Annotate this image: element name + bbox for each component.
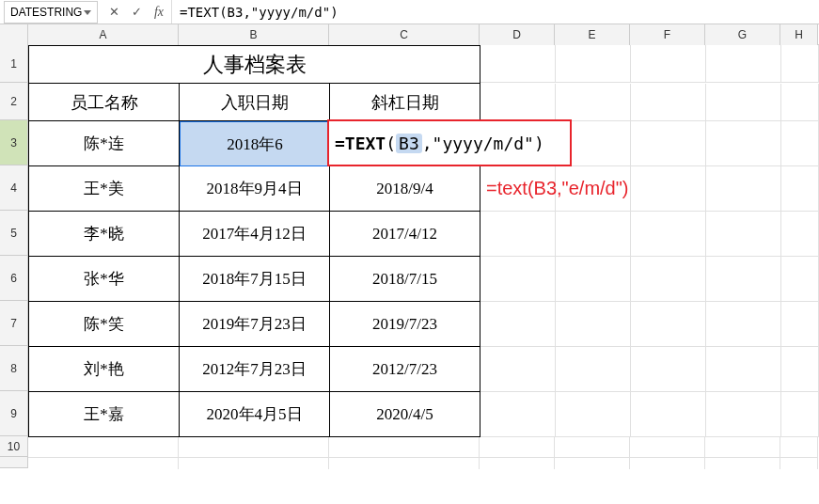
cell-d7[interactable]: [480, 302, 556, 347]
title-cell[interactable]: 人事档案表: [29, 46, 480, 84]
cell-a9[interactable]: 王*嘉: [29, 392, 180, 437]
formula-input[interactable]: =TEXT(B3,"yyyy/m/d"): [172, 0, 819, 24]
select-all-corner[interactable]: [0, 24, 28, 45]
cell-b7[interactable]: 2019年7月23日: [180, 302, 330, 347]
row-header-9[interactable]: 9: [0, 391, 28, 436]
cell-f11[interactable]: [630, 458, 705, 469]
col-header-d[interactable]: D: [480, 24, 555, 45]
row-header-11[interactable]: [0, 457, 28, 468]
cell-g9[interactable]: [706, 392, 781, 437]
cell-h1[interactable]: [781, 45, 819, 83]
cell-g1[interactable]: [706, 45, 781, 83]
col-header-a[interactable]: A: [28, 24, 179, 45]
cell-e1[interactable]: [556, 45, 631, 83]
annotation-cell[interactable]: =text(B3,"e/m/d"): [480, 166, 556, 212]
cell-f1[interactable]: [631, 45, 706, 83]
cell-d11[interactable]: [480, 458, 555, 469]
cell-b4[interactable]: 2018年9月4日: [180, 166, 330, 212]
cell-c10[interactable]: [329, 437, 480, 458]
cell-a5[interactable]: 李*晓: [29, 212, 180, 257]
cell-h10[interactable]: [780, 437, 818, 458]
cell-f6[interactable]: [631, 257, 706, 302]
cell-a10[interactable]: [28, 437, 179, 458]
cell-g4[interactable]: [706, 166, 781, 212]
cell-c11[interactable]: [329, 458, 480, 469]
cell-d1[interactable]: [480, 45, 556, 83]
cell-b11[interactable]: [179, 458, 329, 469]
cell-f2[interactable]: [631, 84, 706, 121]
header-name[interactable]: 员工名称: [29, 84, 180, 121]
cell-d6[interactable]: [480, 257, 556, 302]
cell-f7[interactable]: [631, 302, 706, 347]
cell-h9[interactable]: [781, 392, 819, 437]
cell-d5[interactable]: [480, 212, 556, 257]
cell-d9[interactable]: [480, 392, 556, 437]
cell-e9[interactable]: [556, 392, 631, 437]
cell-f3[interactable]: [631, 121, 706, 166]
cell-d2[interactable]: [480, 84, 556, 121]
cell-f4[interactable]: [631, 166, 706, 212]
cell-g6[interactable]: [706, 257, 781, 302]
cell-g3[interactable]: [706, 121, 781, 166]
cell-h4[interactable]: [781, 166, 819, 212]
col-header-g[interactable]: G: [705, 24, 780, 45]
row-header-7[interactable]: 7: [0, 301, 28, 346]
cell-b3[interactable]: 2018年6: [180, 121, 330, 166]
cell-c8[interactable]: 2012/7/23: [330, 347, 480, 392]
row-header-2[interactable]: 2: [0, 83, 28, 120]
col-header-c[interactable]: C: [329, 24, 480, 45]
cell-f8[interactable]: [631, 347, 706, 392]
col-header-e[interactable]: E: [555, 24, 630, 45]
cell-a4[interactable]: 王*美: [29, 166, 180, 212]
col-header-f[interactable]: F: [630, 24, 705, 45]
cell-f5[interactable]: [631, 212, 706, 257]
confirm-icon[interactable]: ✓: [130, 6, 143, 19]
cell-b8[interactable]: 2012年7月23日: [180, 347, 330, 392]
cell-f9[interactable]: [631, 392, 706, 437]
cell-e6[interactable]: [556, 257, 631, 302]
name-box[interactable]: DATESTRING: [4, 1, 98, 24]
cell-b9[interactable]: 2020年4月5日: [180, 392, 330, 437]
cancel-icon[interactable]: ✕: [107, 6, 120, 19]
cell-c5[interactable]: 2017/4/12: [330, 212, 480, 257]
cell-h6[interactable]: [781, 257, 819, 302]
cell-g8[interactable]: [706, 347, 781, 392]
cell-c9[interactable]: 2020/4/5: [330, 392, 480, 437]
cell-h5[interactable]: [781, 212, 819, 257]
header-slash-date[interactable]: 斜杠日期: [330, 84, 480, 121]
cell-g5[interactable]: [706, 212, 781, 257]
cell-g11[interactable]: [705, 458, 780, 469]
cell-d8[interactable]: [480, 347, 556, 392]
cell-d10[interactable]: [480, 437, 555, 458]
cell-e8[interactable]: [556, 347, 631, 392]
cell-a11[interactable]: [28, 458, 179, 469]
cell-h2[interactable]: [781, 84, 819, 121]
cell-e4[interactable]: [556, 166, 631, 212]
cell-a8[interactable]: 刘*艳: [29, 347, 180, 392]
row-header-3[interactable]: 3: [0, 120, 28, 165]
row-header-6[interactable]: 6: [0, 256, 28, 301]
col-header-b[interactable]: B: [179, 24, 329, 45]
cell-a7[interactable]: 陈*笑: [29, 302, 180, 347]
cell-g10[interactable]: [705, 437, 780, 458]
cell-h11[interactable]: [780, 458, 818, 469]
cell-e5[interactable]: [556, 212, 631, 257]
cell-c7[interactable]: 2019/7/23: [330, 302, 480, 347]
row-header-1[interactable]: 1: [0, 45, 28, 83]
cell-h8[interactable]: [781, 347, 819, 392]
cell-b5[interactable]: 2017年4月12日: [180, 212, 330, 257]
cell-a3[interactable]: 陈*连: [29, 121, 180, 166]
cell-a6[interactable]: 张*华: [29, 257, 180, 302]
cell-e7[interactable]: [556, 302, 631, 347]
cell-e10[interactable]: [555, 437, 630, 458]
fx-icon[interactable]: fx: [152, 6, 165, 19]
row-header-8[interactable]: 8: [0, 346, 28, 391]
cell-h3[interactable]: [781, 121, 819, 166]
cell-g7[interactable]: [706, 302, 781, 347]
col-header-h[interactable]: H: [780, 24, 818, 45]
row-header-4[interactable]: 4: [0, 165, 28, 211]
cell-e11[interactable]: [555, 458, 630, 469]
cell-e2[interactable]: [556, 84, 631, 121]
cell-c4[interactable]: 2018/9/4: [330, 166, 480, 212]
row-header-5[interactable]: 5: [0, 211, 28, 256]
